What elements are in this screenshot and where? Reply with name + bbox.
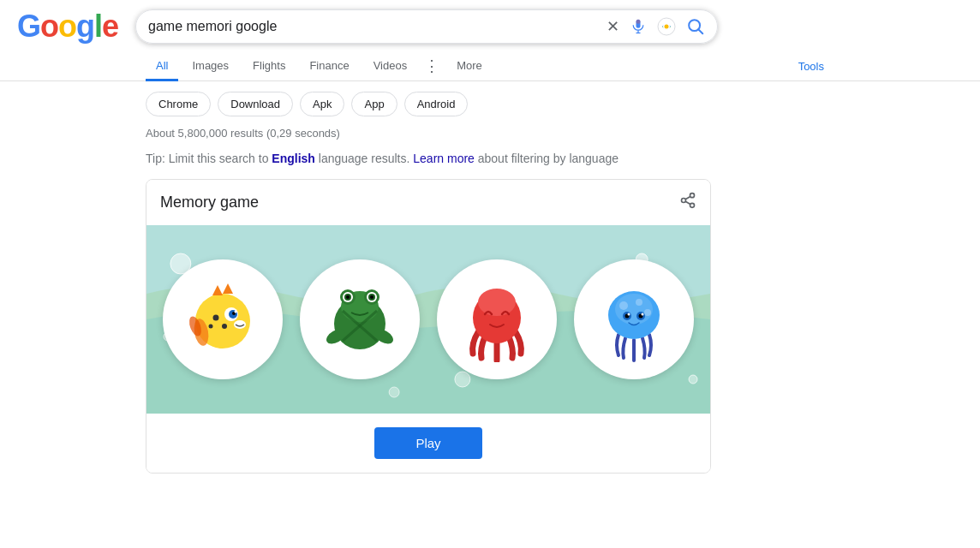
tip-middle: language results.: [315, 152, 413, 165]
octopus-svg: [454, 277, 540, 362]
svg-point-34: [209, 325, 213, 329]
microphone-icon: [630, 18, 647, 35]
nav-bar: All Images Flights Finance Videos ⋮ More…: [0, 45, 980, 81]
svg-point-52: [615, 294, 653, 325]
jellyfish-creature: [574, 259, 694, 379]
svg-rect-3: [636, 20, 641, 24]
fish-svg: [180, 277, 266, 362]
filter-chips: Chrome Download Apk App Android: [0, 81, 980, 127]
svg-point-22: [389, 387, 399, 397]
svg-point-32: [213, 315, 219, 321]
svg-point-6: [665, 25, 669, 29]
card-header: Memory game: [146, 180, 710, 225]
search-button[interactable]: [686, 17, 705, 36]
chip-chrome[interactable]: Chrome: [146, 92, 211, 116]
svg-point-41: [346, 295, 350, 299]
frog-creature: [300, 259, 420, 379]
octopus-creature: [437, 259, 557, 379]
svg-point-54: [636, 299, 642, 306]
tip-suffix: about filtering by language: [475, 152, 618, 165]
tip-english-link[interactable]: English: [272, 152, 315, 165]
svg-point-33: [222, 324, 227, 329]
header: Google ✕: [0, 0, 980, 45]
svg-point-9: [690, 194, 695, 198]
nav-item-finance[interactable]: Finance: [299, 52, 359, 81]
creatures-row: [163, 259, 694, 379]
card-title: Memory game: [160, 194, 259, 211]
play-btn-wrapper: Play: [146, 414, 710, 473]
voice-search-button[interactable]: [630, 18, 647, 35]
svg-line-12: [685, 201, 690, 204]
google-logo[interactable]: Google: [17, 9, 118, 45]
memory-game-card: Memory game: [146, 179, 711, 474]
svg-line-8: [698, 29, 702, 33]
more-dots-icon: ⋮: [421, 51, 443, 80]
svg-point-50: [478, 289, 516, 316]
svg-point-61: [642, 313, 644, 316]
fish-creature: [163, 259, 283, 379]
svg-point-55: [644, 309, 651, 316]
lens-icon: [657, 17, 676, 36]
tip-learn-more-link[interactable]: Learn more: [413, 152, 475, 165]
search-bar: ✕: [135, 9, 718, 44]
nav-item-videos[interactable]: Videos: [363, 52, 418, 81]
svg-line-13: [685, 196, 690, 199]
chip-apk[interactable]: Apk: [300, 92, 344, 116]
search-icon: [686, 17, 705, 36]
tools-button[interactable]: Tools: [788, 53, 834, 80]
play-button[interactable]: Play: [374, 427, 481, 459]
nav-item-more[interactable]: More: [446, 52, 493, 81]
tip-english-label: English: [272, 152, 315, 165]
frog-svg: [317, 277, 403, 362]
search-input[interactable]: [148, 19, 598, 34]
game-image: [146, 225, 710, 414]
nav-item-all[interactable]: All: [146, 52, 178, 81]
share-button[interactable]: [679, 192, 696, 213]
search-bar-wrapper: ✕: [135, 9, 718, 44]
chip-app[interactable]: App: [351, 92, 397, 116]
svg-point-30: [235, 311, 237, 313]
results-info: About 5,800,000 results (0,29 seconds): [0, 127, 980, 146]
svg-point-53: [619, 301, 628, 310]
google-lens-button[interactable]: [657, 17, 676, 36]
svg-point-11: [690, 203, 695, 207]
close-icon: ✕: [607, 17, 619, 36]
search-icons: ✕: [607, 17, 705, 36]
clear-button[interactable]: ✕: [607, 17, 619, 36]
jellyfish-svg: [591, 277, 677, 362]
tip-prefix: Tip: Limit this search to: [146, 152, 272, 165]
tip-text: Tip: Limit this search to English langua…: [0, 146, 980, 179]
svg-point-44: [370, 295, 373, 299]
svg-point-10: [682, 199, 686, 203]
chip-download[interactable]: Download: [218, 92, 293, 116]
svg-point-60: [628, 313, 630, 316]
nav-item-flights[interactable]: Flights: [242, 52, 296, 81]
share-icon: [679, 192, 696, 209]
nav-item-images[interactable]: Images: [182, 52, 239, 81]
chip-android[interactable]: Android: [404, 92, 469, 116]
